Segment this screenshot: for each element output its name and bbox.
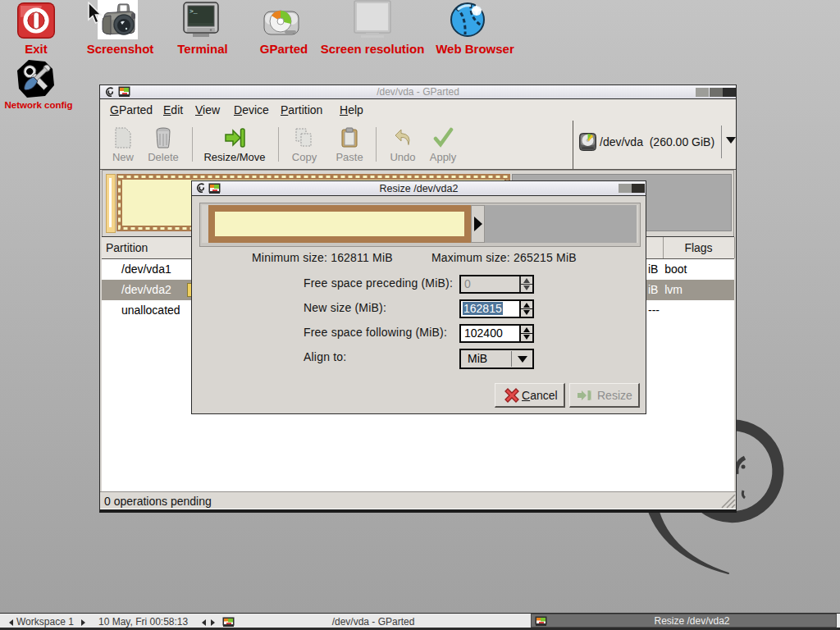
svg-text:>_: >_ <box>189 7 198 15</box>
